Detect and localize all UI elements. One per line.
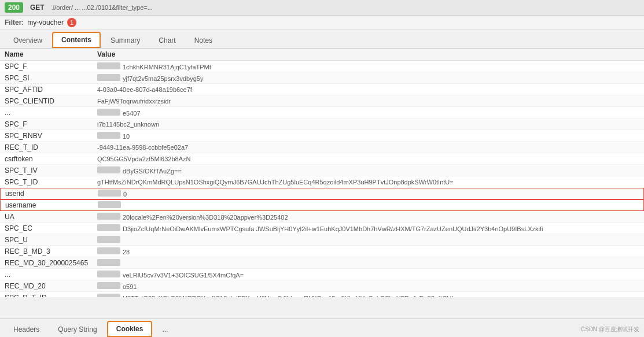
cell-value: dByGS/OKfTAuZg== xyxy=(97,166,639,175)
cell-name: SPC_AFTID xyxy=(5,86,97,94)
table-row: SPC_SI yjf7qt2v5ma25psrx3vdbyg5y xyxy=(0,72,644,84)
table-row: REC_MD_30_2000025465 xyxy=(0,257,644,269)
cell-value xyxy=(97,236,639,244)
cell-name: SPC_SI xyxy=(5,74,97,82)
bottom-tab-cookies[interactable]: Cookies xyxy=(107,321,153,337)
cell-value xyxy=(97,259,639,267)
table-row: SPC_T_IDgTHtfMsZiNDrQKmMdRQLUpsN1OShxgiQ… xyxy=(0,176,644,188)
cell-name: REC_B_MD_3 xyxy=(5,247,97,255)
table-row: csrftokenQC95GG5Vpda2zf5Ml632b8AzN xyxy=(0,153,644,165)
tab-notes[interactable]: Notes xyxy=(186,33,221,48)
cell-value: 1chkhKRMNR31AjqC1yfaTPMf xyxy=(97,62,639,71)
cell-name: SPC_T_IV xyxy=(5,166,97,175)
url-text: .i/order/ ... ...02./0101&filter_type=..… xyxy=(51,4,153,11)
cell-name: userid xyxy=(5,190,98,198)
table-body: SPC_F 1chkhKRMNR31AjqC1yfaTPMfSPC_SI yjf… xyxy=(0,61,644,297)
table-row: SPC_F 1chkhKRMNR31AjqC1yfaTPMf xyxy=(0,61,644,72)
col-value-header: Value xyxy=(97,50,639,58)
cell-value: 10 xyxy=(97,132,639,140)
cell-value: U8TTytO08yKCkO3iWjBPGYssftC12ghdPFKcaU8V… xyxy=(97,294,639,298)
cell-name: SPC_T_ID xyxy=(5,178,97,186)
table-row: SPC_T_IV dByGS/OKfTAuZg== xyxy=(0,165,644,176)
table-row: REC_MD_20 o591 xyxy=(0,280,644,292)
table-row: REC_B_MD_3 28 xyxy=(0,246,644,257)
cell-name: SPC_R_T_ID xyxy=(5,294,97,298)
filter-badge: 1 xyxy=(67,18,76,27)
cell-name: REC_MD_20 xyxy=(5,282,97,290)
bottom-tabs: Headers Query String Cookies ... xyxy=(0,319,644,337)
cell-name: SPC_F xyxy=(5,120,97,128)
cell-value: o591 xyxy=(97,282,639,290)
col-name-header: Name xyxy=(5,50,97,58)
cell-value: 0 xyxy=(98,190,639,198)
cell-name: SPC_RNBV xyxy=(5,132,97,140)
bottom-tab-more[interactable]: ... xyxy=(153,322,176,337)
table-row: SPC_EC D3jioZcfUqMrNeOiDwAKMlvEumxWPTCgs… xyxy=(0,223,644,234)
cell-value: FaFjW9Toqrwufridxxrzsidr xyxy=(97,98,639,105)
cell-name: username xyxy=(5,201,98,209)
tab-overview[interactable]: Overview xyxy=(5,33,51,48)
table-row: REC_T_ID-9449-11ea-9598-ccbbfe5e02a7 xyxy=(0,142,644,153)
cell-name: SPC_U xyxy=(5,236,97,244)
cell-value xyxy=(98,201,639,209)
table-header: Name Value xyxy=(0,49,644,61)
cell-name: UA xyxy=(5,213,97,221)
table-row: SPC_RNBV 10 xyxy=(0,130,644,142)
table-row: SPC_R_T_ID U8TTytO08yKCkO3iWjBPGYssftC12… xyxy=(0,292,644,297)
tabs-bar: Overview Contents Summary Chart Notes xyxy=(0,30,644,49)
table-row: userid 0 xyxy=(0,188,644,199)
status-badge: 200 xyxy=(5,2,23,13)
cell-name: ... xyxy=(5,109,97,117)
bottom-tab-headers[interactable]: Headers xyxy=(5,322,48,337)
cell-name: SPC_CLIENTID xyxy=(5,97,97,105)
cell-value: 20locale%2Fen%20version%3D318%20appver%3… xyxy=(97,213,639,221)
cell-value: yjf7qt2v5ma25psrx3vdbyg5y xyxy=(97,74,639,82)
cell-value: 4-03a0-40ee-807d-a48a19b6ce7f xyxy=(97,86,639,93)
table-row: UA 20locale%2Fen%20version%3D318%20appve… xyxy=(0,211,644,223)
tab-chart[interactable]: Chart xyxy=(150,33,184,48)
cell-value: -9449-11ea-9598-ccbbfe5e02a7 xyxy=(97,144,639,151)
filter-bar: Filter: my-voucher 1 xyxy=(0,16,644,30)
top-bar: 200 GET .i/order/ ... ...02./0101&filter… xyxy=(0,0,644,16)
method-label: GET xyxy=(30,3,45,12)
table-row: SPC_CLIENTIDFaFjW9Toqrwufridxxrzsidr xyxy=(0,95,644,107)
cell-name: REC_T_ID xyxy=(5,143,97,151)
cell-value: e5407 xyxy=(97,109,639,117)
filter-label: Filter: xyxy=(5,18,24,27)
table-row: username xyxy=(0,199,644,211)
filter-value: my-voucher xyxy=(27,18,64,27)
cell-value: gTHtfMsZiNDrQKmMdRQLUpsN1OShxgiQQymJ6B7G… xyxy=(97,179,639,186)
tab-contents[interactable]: Contents xyxy=(52,32,101,48)
table-row: SPC_U xyxy=(0,234,644,246)
cell-value: i7b1145bc2_unknown xyxy=(97,121,639,128)
cell-name: SPC_F xyxy=(5,62,97,71)
cell-name: ... xyxy=(5,271,97,279)
watermark: CSDN @百度测试开发 xyxy=(581,325,639,334)
cell-name: csrftoken xyxy=(5,155,97,163)
table-row: ... e5407 xyxy=(0,107,644,118)
table-row: SPC_Fi7b1145bc2_unknown xyxy=(0,118,644,130)
tab-summary[interactable]: Summary xyxy=(102,33,149,48)
bottom-tab-querystring[interactable]: Query String xyxy=(49,322,105,337)
table-row: ... veLRlU5cv7v3V1+3OICSUG1/5X4mCfqA= xyxy=(0,269,644,280)
cell-value: 28 xyxy=(97,247,639,255)
table-row: SPC_AFTID4-03a0-40ee-807d-a48a19b6ce7f xyxy=(0,84,644,95)
cell-value: QC95GG5Vpda2zf5Ml632b8AzN xyxy=(97,155,639,162)
cell-name: SPC_EC xyxy=(5,224,97,232)
cell-name: REC_MD_30_2000025465 xyxy=(5,259,97,267)
cell-value: veLRlU5cv7v3V1+3OICSUG1/5X4mCfqA= xyxy=(97,271,639,279)
cell-value: D3jioZcfUqMrNeOiDwAKMlvEumxWPTCgsufa JWS… xyxy=(97,224,639,232)
